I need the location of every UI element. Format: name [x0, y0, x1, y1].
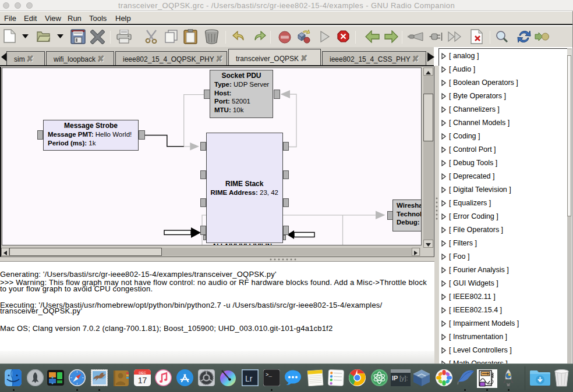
svg-text:>_: >_ [266, 372, 272, 378]
svg-text:Lr: Lr [245, 374, 253, 383]
svg-text:[y]:: [y]: [399, 375, 408, 382]
svg-text:DEC: DEC [139, 371, 146, 375]
svg-text:17: 17 [138, 376, 147, 385]
svg-text:IP: IP [392, 375, 398, 382]
